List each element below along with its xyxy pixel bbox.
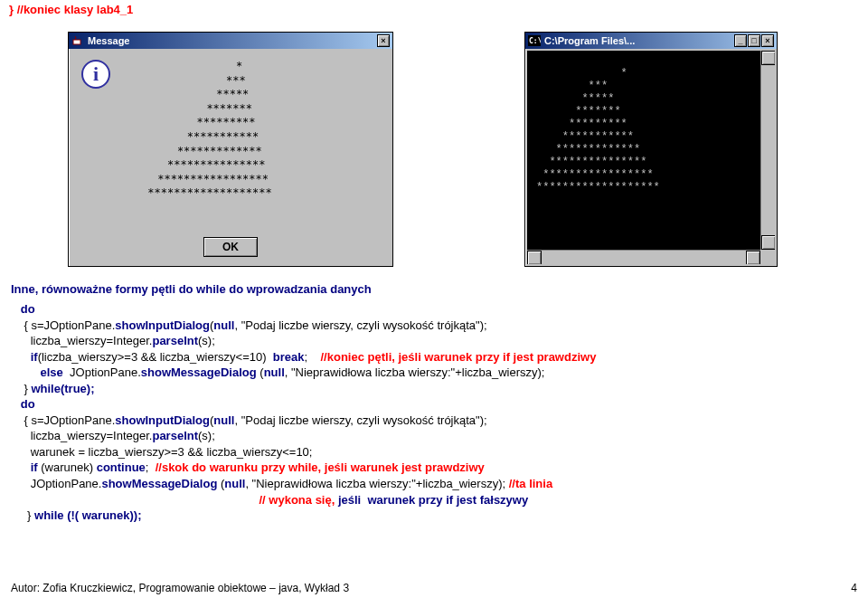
code-text: , "Nieprawidłowa liczba wierszy:"+liczba…: [245, 477, 508, 490]
message-title-text: Message: [88, 35, 129, 46]
method-name: parseInt: [152, 334, 198, 347]
scroll-up-icon[interactable]: ▴: [761, 51, 775, 65]
kw-do: do: [11, 397, 35, 411]
code-text: ;: [146, 460, 156, 474]
code-text: (liczba_wierszy>=3 && liczba_wierszy<=10…: [38, 350, 273, 364]
top-comment: } //koniec klasy lab4_1: [9, 3, 133, 16]
kw-break: break: [273, 350, 305, 364]
kw-null: null: [213, 318, 234, 332]
close-icon[interactable]: ×: [761, 34, 774, 47]
code-text: (warunek): [41, 460, 96, 474]
kw-null: null: [264, 365, 285, 379]
kw-while: while (!( warunek));: [34, 508, 141, 522]
kw-null: null: [213, 413, 234, 427]
message-stars: * *** ***** ******* ********* **********…: [119, 60, 300, 201]
footer-page: 4: [851, 582, 857, 594]
comment: // wykona się,: [11, 493, 338, 507]
code-text: , "Podaj liczbe wierszy, czyli wysokość …: [234, 318, 486, 332]
kw-while: while(true);: [31, 382, 94, 395]
comment-emph: jeśli warunek przy if jest fałszywy: [338, 493, 528, 507]
cmd-title-text: C:\Program Files\...: [544, 35, 635, 46]
code-text: { s=JOptionPane.: [11, 413, 115, 427]
method-name: showInputDialog: [115, 318, 210, 332]
svg-rect-0: [73, 40, 80, 44]
code-text: JOptionPane.: [63, 365, 141, 379]
info-icon: i: [81, 60, 110, 89]
minimize-icon[interactable]: _: [734, 34, 747, 47]
kw-do: do: [11, 302, 35, 316]
kw-null: null: [224, 477, 245, 490]
comment: //ta linia: [509, 477, 552, 490]
code-text: (s);: [198, 334, 215, 347]
scroll-down-icon[interactable]: ▾: [761, 235, 775, 250]
scroll-corner: [760, 250, 775, 264]
method-name: showMessageDialog: [141, 365, 259, 379]
code-text: , "Nieprawidłowa liczba wierszy:"+liczba…: [285, 365, 545, 379]
kw-if: if: [11, 460, 41, 474]
maximize-icon[interactable]: □: [748, 34, 760, 47]
method-name: showInputDialog: [115, 413, 210, 427]
code-block: do { s=JOptionPane.showInputDialog(null,…: [11, 301, 857, 524]
code-text: ;: [304, 350, 320, 364]
kw-if: if: [11, 350, 38, 364]
cmd-window: C:\ C:\Program Files\... _ □ × * *** ***…: [524, 32, 778, 267]
footer: Autor: Zofia Kruczkiewicz, Programowanie…: [11, 582, 857, 594]
section-heading: Inne, równoważne formy pętli do while do…: [11, 282, 372, 296]
kw-continue: continue: [97, 460, 146, 474]
code-text: warunek = liczba_wierszy>=3 && liczba_wi…: [11, 445, 312, 459]
code-text: }: [11, 508, 34, 522]
code-text: liczba_wierszy=Integer.: [11, 429, 152, 442]
scroll-right-icon[interactable]: ▸: [746, 251, 760, 264]
code-text: { s=JOptionPane.: [11, 318, 115, 332]
scrollbar-vertical[interactable]: ▴ ▾: [760, 51, 775, 250]
method-name: parseInt: [152, 429, 198, 442]
comment: //skok do warunku przy while, jeśli waru…: [156, 460, 485, 474]
code-text: liczba_wierszy=Integer.: [11, 334, 152, 347]
close-icon[interactable]: ×: [377, 34, 390, 47]
footer-author: Autor: Zofia Kruczkiewicz, Programowanie…: [11, 582, 349, 594]
kw-else: else: [11, 365, 63, 379]
code-text: JOptionPane.: [11, 477, 101, 490]
scroll-left-icon[interactable]: ◂: [527, 251, 542, 264]
ok-button[interactable]: OK: [203, 237, 258, 257]
code-text: }: [11, 382, 31, 395]
java-cup-icon: [71, 34, 84, 47]
message-title-bar: Message ×: [69, 33, 392, 49]
cmd-title-bar: C:\ C:\Program Files\... _ □ ×: [525, 33, 777, 49]
message-window: Message × i * *** ***** ******* ********…: [68, 32, 393, 267]
cmd-icon: C:\: [528, 35, 541, 46]
comment: //koniec pętli, jeśli warunek przy if je…: [321, 350, 597, 364]
code-text: (s);: [198, 429, 215, 442]
code-text: , "Podaj liczbe wierszy, czyli wysokość …: [234, 413, 486, 427]
svg-text:C:\: C:\: [529, 37, 541, 45]
cmd-body: * *** ***** ******* ********* **********…: [527, 51, 775, 264]
scrollbar-horizontal[interactable]: ◂ ▸: [527, 250, 760, 264]
cmd-stars: * *** ***** ******* ********* **********…: [536, 67, 660, 194]
method-name: showMessageDialog: [101, 477, 220, 490]
